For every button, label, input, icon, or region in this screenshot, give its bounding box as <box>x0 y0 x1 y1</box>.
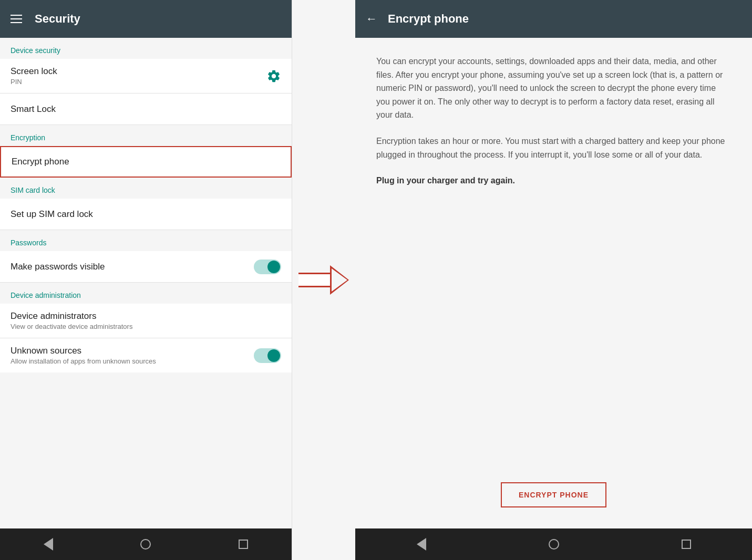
right-title: Encrypt phone <box>388 12 469 26</box>
encrypt-phone-button[interactable]: ENCRYPT PHONE <box>501 482 606 507</box>
passwords-visible-text: Make passwords visible <box>11 262 105 272</box>
device-admins-text: Device administrators View or deactivate… <box>11 311 132 330</box>
nav-recents-icon[interactable] <box>239 540 248 549</box>
list-item-passwords-visible[interactable]: Make passwords visible <box>0 251 292 283</box>
list-item-screen-lock[interactable]: Screen lock PIN <box>0 59 292 94</box>
warning-text: Plug in your charger and try again. <box>376 174 731 188</box>
description-1: You can encrypt your accounts, settings,… <box>376 55 731 122</box>
left-content: Device security Screen lock PIN Smart Lo… <box>0 38 292 528</box>
arrow-middle <box>292 0 355 560</box>
unknown-sources-title: Unknown sources <box>11 346 156 356</box>
right-nav-home-icon[interactable] <box>549 539 559 549</box>
right-bottom: ENCRYPT PHONE <box>376 482 731 518</box>
arrow-head <box>330 265 349 295</box>
device-admins-title: Device administrators <box>11 311 132 322</box>
left-header: Security <box>0 0 292 38</box>
right-descriptions: You can encrypt your accounts, settings,… <box>376 55 731 204</box>
toggle-knob <box>267 261 280 273</box>
unknown-sources-toggle[interactable] <box>254 348 281 363</box>
screen-lock-subtitle: PIN <box>11 78 57 86</box>
left-nav-bar <box>0 528 292 560</box>
sim-card-lock-title: Set up SIM card lock <box>11 209 93 220</box>
passwords-visible-title: Make passwords visible <box>11 262 105 272</box>
encrypt-phone-text: Encrypt phone <box>12 157 69 167</box>
right-panel: ← Encrypt phone You can encrypt your acc… <box>355 0 752 560</box>
hamburger-icon[interactable] <box>11 15 22 23</box>
list-item-smart-lock[interactable]: Smart Lock <box>0 94 292 125</box>
direction-arrow <box>298 265 349 295</box>
right-content: You can encrypt your accounts, settings,… <box>355 38 752 528</box>
unknown-sources-text: Unknown sources Allow installation of ap… <box>11 346 156 365</box>
list-item-device-admins[interactable]: Device administrators View or deactivate… <box>0 304 292 338</box>
right-nav-bar <box>355 528 752 560</box>
device-admins-subtitle: View or deactivate device administrators <box>11 323 132 330</box>
left-panel: Security Device security Screen lock PIN… <box>0 0 292 560</box>
passwords-visible-toggle[interactable] <box>254 260 281 274</box>
right-nav-back-icon[interactable] <box>417 538 426 551</box>
smart-lock-text: Smart Lock <box>11 104 56 115</box>
nav-home-icon[interactable] <box>140 539 151 549</box>
list-item-sim-card-lock[interactable]: Set up SIM card lock <box>0 199 292 230</box>
screen-lock-title: Screen lock <box>11 66 57 77</box>
sim-card-lock-text: Set up SIM card lock <box>11 209 93 220</box>
section-device-admin: Device administration <box>0 283 292 304</box>
section-sim-card-lock: SIM card lock <box>0 178 292 199</box>
section-device-security: Device security <box>0 38 292 59</box>
encrypt-phone-title: Encrypt phone <box>12 157 69 167</box>
right-header: ← Encrypt phone <box>355 0 752 38</box>
left-title: Security <box>35 12 80 26</box>
right-nav-recents-icon[interactable] <box>682 540 691 549</box>
arrow-body <box>298 273 330 287</box>
section-passwords: Passwords <box>0 230 292 251</box>
unknown-sources-subtitle: Allow installation of apps from unknown … <box>11 357 156 365</box>
description-2: Encryption takes an hour or more. You mu… <box>376 134 731 161</box>
list-item-unknown-sources[interactable]: Unknown sources Allow installation of ap… <box>0 338 292 372</box>
gear-icon <box>266 69 281 84</box>
toggle-knob-2 <box>267 349 280 362</box>
screen-lock-text: Screen lock PIN <box>11 66 57 86</box>
list-item-encrypt-phone[interactable]: Encrypt phone <box>0 146 292 178</box>
back-arrow-icon[interactable]: ← <box>366 12 377 26</box>
nav-back-icon[interactable] <box>44 538 53 551</box>
section-encryption: Encryption <box>0 125 292 146</box>
smart-lock-title: Smart Lock <box>11 104 56 115</box>
